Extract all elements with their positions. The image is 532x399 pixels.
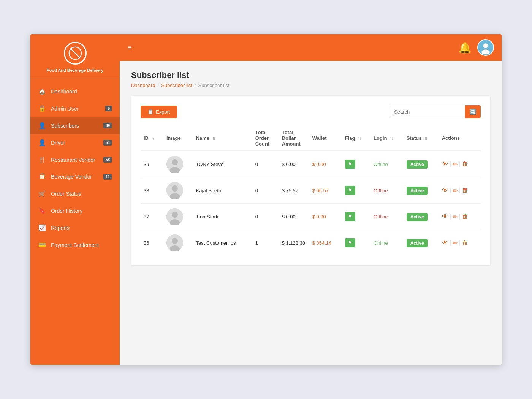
search-input[interactable] — [389, 106, 465, 118]
restaurant-icon: 🍴 — [38, 156, 46, 163]
breadcrumb-subscriber-list[interactable]: Subscriber list — [161, 82, 192, 88]
col-login[interactable]: Login ⇅ — [370, 126, 404, 151]
sidebar-nav: 🏠 Dashboard 🔒 Admin User 5 👤 Subscribers… — [30, 79, 120, 365]
subscribers-icon: 👤 — [38, 122, 46, 129]
breadcrumb-sep-2: / — [195, 82, 196, 88]
col-flag[interactable]: Flag ⇅ — [342, 126, 370, 151]
sidebar-item-subscribers[interactable]: 👤 Subscribers 39 — [30, 117, 120, 134]
export-button[interactable]: 📋 Export — [141, 106, 177, 118]
delete-action-icon[interactable]: 🗑 — [462, 161, 468, 168]
sidebar-item-order-status[interactable]: 🛒 Order Status — [30, 185, 120, 202]
view-action-icon[interactable]: 👁 — [442, 161, 448, 168]
sidebar-item-label: Payment Settlement — [51, 242, 112, 248]
sidebar-item-payment-settlement[interactable]: 💳 Payment Settlement — [30, 236, 120, 253]
cell-wallet: $ 96.57 — [309, 177, 342, 204]
search-button[interactable]: 🔄 — [465, 105, 481, 118]
action-sep-1: | — [450, 187, 451, 194]
edit-action-icon[interactable]: ✏ — [453, 239, 458, 247]
main-area: ≡ 🔔 Subscriber list Dashboard / Subscrib… — [120, 34, 502, 365]
actions-cell: 👁 | ✏ | 🗑 — [442, 187, 478, 194]
flag-button[interactable]: ⚑ — [345, 212, 355, 221]
delete-action-icon[interactable]: 🗑 — [462, 213, 468, 220]
view-action-icon[interactable]: 👁 — [442, 239, 448, 246]
cell-status: Active — [404, 204, 439, 230]
export-icon: 📋 — [147, 109, 154, 115]
header-icons: 🔔 — [458, 39, 494, 56]
payment-icon: 💳 — [38, 241, 46, 249]
cell-total-dollar-amount: $ 1,128.38 — [279, 230, 309, 256]
sort-icon-name: ⇅ — [212, 136, 215, 141]
sidebar-item-dashboard[interactable]: 🏠 Dashboard — [30, 83, 120, 100]
login-status: Offline — [374, 214, 388, 220]
sort-icon-login: ⇅ — [390, 136, 393, 141]
notification-bell-icon[interactable]: 🔔 — [458, 41, 472, 54]
table-row: 36 Test Customer Ios 1 $ 1,128.38 $ 354.… — [141, 230, 481, 256]
flag-button[interactable]: ⚑ — [345, 186, 355, 195]
avatar — [166, 234, 183, 251]
flag-button[interactable]: ⚑ — [345, 160, 355, 169]
col-image: Image — [163, 126, 193, 151]
sidebar-item-label: Dashboard — [51, 89, 112, 95]
cell-actions: 👁 | ✏ | 🗑 — [439, 151, 481, 177]
sidebar-item-beverage-vendor[interactable]: 🏛 Beverage Vendor 11 — [30, 168, 120, 185]
col-id[interactable]: ID ▼ — [141, 126, 163, 151]
cell-total-dollar-amount: $ 75.57 — [279, 177, 309, 204]
breadcrumb-dashboard[interactable]: Dashboard — [131, 82, 155, 88]
cell-image — [163, 204, 193, 230]
login-status: Online — [374, 240, 388, 246]
restaurant-badge: 58 — [103, 157, 112, 163]
svg-point-3 — [483, 43, 488, 48]
delete-action-icon[interactable]: 🗑 — [462, 239, 468, 246]
sidebar-item-admin-user[interactable]: 🔒 Admin User 5 — [30, 100, 120, 117]
sort-icon-status: ⇅ — [424, 136, 428, 141]
hamburger-menu-icon[interactable]: ≡ — [127, 43, 132, 52]
cell-actions: 👁 | ✏ | 🗑 — [439, 230, 481, 256]
user-avatar[interactable] — [477, 39, 494, 56]
cell-wallet: $ 0.00 — [309, 151, 342, 177]
action-sep-2: | — [459, 161, 461, 168]
view-action-icon[interactable]: 👁 — [442, 213, 448, 220]
cell-name: TONY Steve — [193, 151, 252, 177]
delete-action-icon[interactable]: 🗑 — [462, 187, 468, 194]
svg-line-1 — [70, 48, 80, 58]
sidebar-item-driver[interactable]: 👤 Driver 54 — [30, 134, 120, 151]
sidebar-logo: Food And Beverage Delivery — [30, 34, 120, 79]
flag-button[interactable]: ⚑ — [345, 238, 355, 247]
sidebar-item-order-history[interactable]: 🔖 Order History — [30, 202, 120, 219]
subscribers-table: ID ▼ Image Name ⇅ TotalOrderCount TotalD… — [141, 126, 481, 256]
cell-flag: ⚑ — [342, 151, 370, 177]
col-name[interactable]: Name ⇅ — [193, 126, 252, 151]
breadcrumb: Dashboard / Subscriber list / Subscriber… — [131, 82, 490, 88]
page-title: Subscriber list — [131, 70, 490, 80]
col-total-order-count: TotalOrderCount — [252, 126, 279, 151]
view-action-icon[interactable]: 👁 — [442, 187, 448, 194]
cell-image — [163, 151, 193, 177]
col-status[interactable]: Status ⇅ — [404, 126, 439, 151]
edit-action-icon[interactable]: ✏ — [453, 187, 458, 194]
svg-point-9 — [172, 185, 178, 192]
cell-wallet: $ 354.14 — [309, 230, 342, 256]
edit-action-icon[interactable]: ✏ — [453, 213, 458, 220]
actions-cell: 👁 | ✏ | 🗑 — [442, 161, 478, 168]
sort-icon-flag: ⇅ — [358, 136, 361, 141]
edit-action-icon[interactable]: ✏ — [453, 161, 458, 168]
action-sep-2: | — [459, 187, 461, 194]
dashboard-icon: 🏠 — [38, 88, 46, 95]
cell-image — [163, 177, 193, 204]
status-badge: Active — [407, 213, 428, 221]
cell-flag: ⚑ — [342, 230, 370, 256]
cell-login: Offline — [370, 177, 404, 204]
sidebar-item-label: Order Status — [51, 191, 112, 197]
sidebar-item-label: Subscribers — [51, 123, 103, 129]
sidebar-item-reports[interactable]: 📈 Reports — [30, 219, 120, 236]
cell-total-order-count: 0 — [252, 177, 279, 204]
cell-name: Test Customer Ios — [193, 230, 252, 256]
sidebar-item-label: Order History — [51, 208, 112, 214]
breadcrumb-sep-1: / — [158, 82, 159, 88]
sidebar-item-restaurant-vendor[interactable]: 🍴 Restaurant Vendor 58 — [30, 151, 120, 168]
driver-badge: 54 — [103, 140, 112, 146]
cell-id: 38 — [141, 177, 163, 204]
table-header-row: ID ▼ Image Name ⇅ TotalOrderCount TotalD… — [141, 126, 481, 151]
order-history-icon: 🔖 — [38, 207, 46, 214]
sidebar-item-label: Restaurant Vendor — [51, 157, 103, 163]
